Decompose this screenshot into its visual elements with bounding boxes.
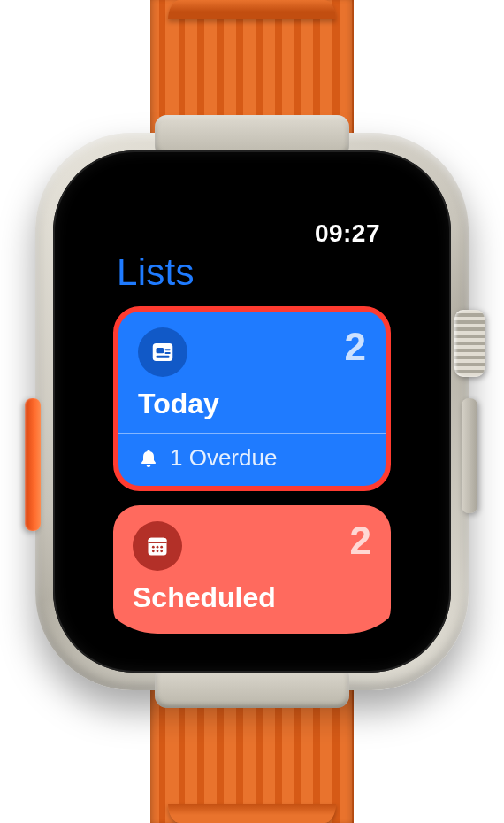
today-icon	[138, 327, 187, 377]
bell-icon	[138, 448, 159, 469]
scheduled-count: 2	[350, 521, 371, 560]
watch-case: 09:27 Lists 2	[35, 133, 469, 690]
action-button[interactable]	[25, 398, 41, 531]
screen-title: Lists	[113, 251, 391, 294]
watch-bezel: 09:27 Lists 2	[53, 150, 451, 673]
svg-rect-1	[157, 348, 164, 353]
digital-crown[interactable]	[454, 310, 485, 377]
svg-point-10	[160, 546, 163, 549]
clock-time: 09:27	[315, 219, 380, 248]
svg-point-11	[152, 550, 155, 552]
today-count: 2	[345, 327, 366, 366]
svg-point-8	[152, 546, 155, 549]
side-button[interactable]	[462, 398, 477, 513]
list-card-scheduled[interactable]: 2 Scheduled	[113, 505, 391, 634]
svg-rect-4	[157, 356, 170, 358]
svg-rect-2	[165, 349, 171, 350]
card-divider	[113, 627, 391, 627]
scheduled-icon	[133, 521, 182, 571]
svg-point-12	[157, 550, 159, 552]
svg-point-13	[160, 550, 163, 552]
watch-screen: 09:27 Lists 2	[92, 189, 412, 634]
svg-rect-7	[149, 542, 167, 543]
today-overdue-label: 1 Overdue	[170, 444, 277, 472]
list-card-today[interactable]: 2 Today 1 Overdue	[113, 306, 391, 491]
svg-point-9	[157, 546, 159, 549]
status-bar: 09:27	[113, 216, 391, 248]
today-overdue-row: 1 Overdue	[138, 434, 366, 472]
svg-rect-3	[165, 352, 171, 354]
scheduled-label: Scheduled	[133, 581, 371, 614]
today-label: Today	[138, 388, 366, 420]
